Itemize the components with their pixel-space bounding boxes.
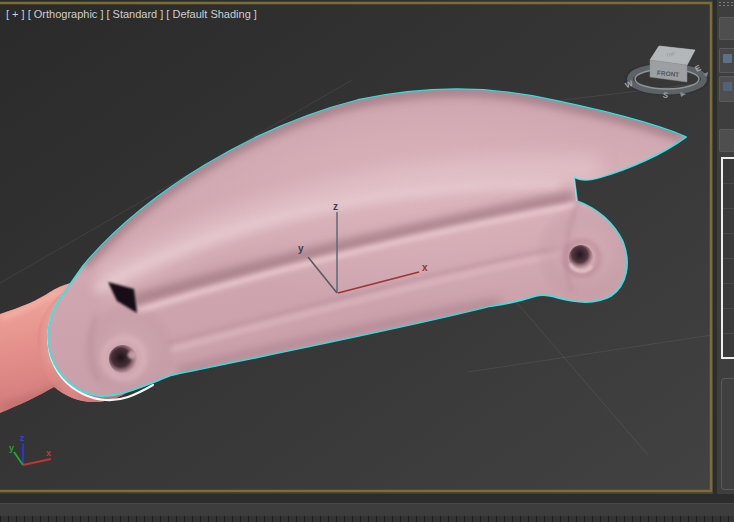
panel-button-1[interactable] xyxy=(719,17,734,40)
pivot-y-label: y xyxy=(298,243,304,254)
world-y-label: y xyxy=(9,443,14,453)
viewport-canvas[interactable]: z y x W S E FRONT TOP z y x xyxy=(0,0,713,494)
pivot-z-label: z xyxy=(333,201,338,212)
panel-button-2[interactable] xyxy=(719,48,734,73)
pivot-x-label: x xyxy=(422,262,428,273)
bottom-strip xyxy=(0,494,734,522)
viewport[interactable]: z y x W S E FRONT TOP z y x [ + ][ Ortho… xyxy=(0,0,713,494)
track-bar[interactable] xyxy=(0,503,734,517)
viewport-menu-general[interactable]: [ + ] xyxy=(6,8,25,20)
panel-button-4[interactable] xyxy=(719,129,734,152)
world-x-label: x xyxy=(46,448,51,458)
viewport-menu-shading[interactable]: [ Default Shading ] xyxy=(166,8,257,20)
track-bar-ticks[interactable] xyxy=(0,516,734,522)
modifier-stack-list[interactable] xyxy=(721,157,734,359)
panel-button-3[interactable] xyxy=(719,76,734,102)
panel-grip-dots-icon[interactable] xyxy=(718,1,733,7)
world-z-label: z xyxy=(20,433,25,443)
panel-button-3-icon xyxy=(723,82,732,91)
viewport-label: [ + ][ Orthographic ][ Standard ][ Defau… xyxy=(6,8,260,20)
panel-rollout-area[interactable] xyxy=(721,378,734,490)
viewport-menu-standard[interactable]: [ Standard ] xyxy=(106,8,163,20)
viewport-menu-pov[interactable]: [ Orthographic ] xyxy=(28,8,104,20)
panel-button-2-icon xyxy=(723,54,732,63)
command-panel-strip xyxy=(717,0,734,503)
